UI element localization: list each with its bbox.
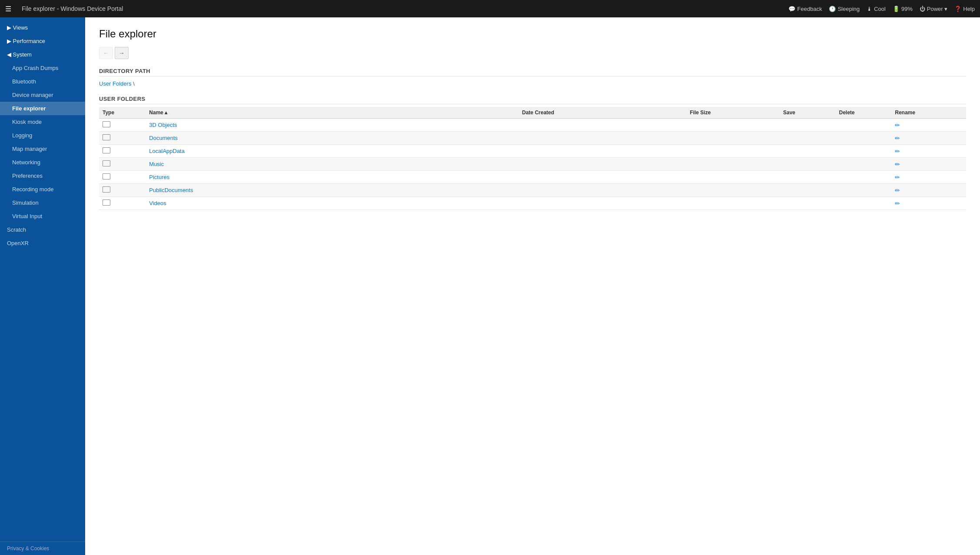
cell-delete-documents [835,132,891,145]
table-row: PublicDocuments ✏ [99,184,966,197]
cell-rename-3d-objects: ✏ [891,119,966,132]
cell-name-music: Music [146,158,518,171]
cell-date-publicdocuments [519,184,686,197]
cell-delete-videos [835,197,891,210]
sidebar: ‹ ▶ Views ▶ Performance ◀ System App Cra… [0,17,85,555]
cell-save-localappdata [780,145,836,158]
folder-icon-localappdata [103,147,110,153]
folder-icon-3d-objects [103,121,110,127]
cell-save-publicdocuments [780,184,836,197]
folder-icon-documents [103,134,110,140]
folder-icon-pictures [103,173,110,179]
col-header-date: Date Created [519,107,686,119]
table-header-row: Type Name ▴ Date Created File Size Save … [99,107,966,119]
table-row: Videos ✏ [99,197,966,210]
rename-button-publicdocuments[interactable]: ✏ [895,187,900,194]
folder-icon-publicdocuments [103,186,110,193]
rename-button-3d-objects[interactable]: ✏ [895,122,900,129]
breadcrumb-link[interactable]: User Folders [99,80,131,87]
folder-icon-music [103,160,110,166]
rename-button-documents[interactable]: ✏ [895,135,900,142]
cell-type-documents [99,132,146,145]
col-header-save: Save [780,107,836,119]
cell-rename-localappdata: ✏ [891,145,966,158]
help-button[interactable]: ❓ Help [954,6,975,12]
sidebar-item-kiosk-mode[interactable]: Kiosk mode [0,115,85,129]
sidebar-item-virtual-input[interactable]: Virtual Input [0,209,85,223]
rename-button-pictures[interactable]: ✏ [895,174,900,181]
directory-path-section: Directory path User Folders \ [99,68,966,87]
sidebar-item-map-manager[interactable]: Map manager [0,142,85,156]
cell-date-pictures [519,171,686,184]
cell-date-videos [519,197,686,210]
sidebar-item-bluetooth[interactable]: Bluetooth [0,75,85,88]
table-row: LocalAppData ✏ [99,145,966,158]
folder-link-documents[interactable]: Documents [149,135,178,141]
cell-date-3d-objects [519,119,686,132]
folder-link-pictures[interactable]: Pictures [149,174,169,180]
sidebar-nav: ▶ Views ▶ Performance ◀ System App Crash… [0,17,85,542]
sidebar-item-simulation[interactable]: Simulation [0,196,85,209]
temperature-indicator: 🌡 Cool [867,6,886,12]
hamburger-menu[interactable]: ☰ [5,5,11,13]
cell-size-localappdata [686,145,780,158]
forward-button[interactable]: → [115,47,129,59]
sidebar-item-performance[interactable]: ▶ Performance [0,34,85,48]
table-row: Music ✏ [99,158,966,171]
folder-link-music[interactable]: Music [149,161,164,167]
cell-save-pictures [780,171,836,184]
folder-link-videos[interactable]: Videos [149,200,166,206]
sidebar-item-views[interactable]: ▶ Views [0,21,85,34]
navigation-buttons: ← → [99,47,966,59]
sidebar-item-app-crash-dumps[interactable]: App Crash Dumps [0,61,85,75]
sidebar-item-logging[interactable]: Logging [0,129,85,142]
cell-type-pictures [99,171,146,184]
table-row: Pictures ✏ [99,171,966,184]
cell-save-3d-objects [780,119,836,132]
sidebar-item-recording-mode[interactable]: Recording mode [0,183,85,196]
sidebar-item-networking[interactable]: Networking [0,156,85,169]
table-row: Documents ✏ [99,132,966,145]
cell-rename-documents: ✏ [891,132,966,145]
power-button[interactable]: ⏻ Power ▾ [920,6,947,12]
cell-size-documents [686,132,780,145]
cell-delete-localappdata [835,145,891,158]
col-header-name[interactable]: Name ▴ [146,107,518,119]
folder-table-body: 3D Objects ✏ Documents ✏ [99,119,966,210]
cell-delete-3d-objects [835,119,891,132]
cell-rename-pictures: ✏ [891,171,966,184]
cell-date-documents [519,132,686,145]
sidebar-collapse-button[interactable]: ‹ [82,21,85,33]
cell-type-music [99,158,146,171]
battery-indicator: 🔋 99% [893,6,913,12]
sidebar-item-preferences[interactable]: Preferences [0,169,85,183]
rename-button-videos[interactable]: ✏ [895,200,900,207]
cell-type-publicdocuments [99,184,146,197]
feedback-button[interactable]: 💬 Feedback [788,6,822,12]
folder-link-3d-objects[interactable]: 3D Objects [149,122,177,128]
folder-link-localappdata[interactable]: LocalAppData [149,148,185,154]
col-header-rename: Rename [891,107,966,119]
sidebar-item-file-explorer[interactable]: File explorer [0,102,85,115]
cell-size-publicdocuments [686,184,780,197]
privacy-cookies-link[interactable]: Privacy & Cookies [0,542,85,555]
cell-size-music [686,158,780,171]
back-button[interactable]: ← [99,47,113,59]
topbar: ☰ File explorer - Windows Device Portal … [0,0,980,17]
col-header-size: File Size [686,107,780,119]
cell-date-music [519,158,686,171]
cell-type-videos [99,197,146,210]
folder-link-publicdocuments[interactable]: PublicDocuments [149,187,193,193]
cell-size-3d-objects [686,119,780,132]
sidebar-item-openxr[interactable]: OpenXR [0,236,85,250]
rename-button-music[interactable]: ✏ [895,161,900,168]
layout: ‹ ▶ Views ▶ Performance ◀ System App Cra… [0,17,980,555]
cell-delete-publicdocuments [835,184,891,197]
rename-button-localappdata[interactable]: ✏ [895,148,900,155]
cell-name-3d-objects: 3D Objects [146,119,518,132]
sidebar-item-scratch[interactable]: Scratch [0,223,85,236]
cell-size-videos [686,197,780,210]
sidebar-item-device-manager[interactable]: Device manager [0,88,85,102]
sidebar-item-system[interactable]: ◀ System [0,48,85,61]
cell-delete-music [835,158,891,171]
